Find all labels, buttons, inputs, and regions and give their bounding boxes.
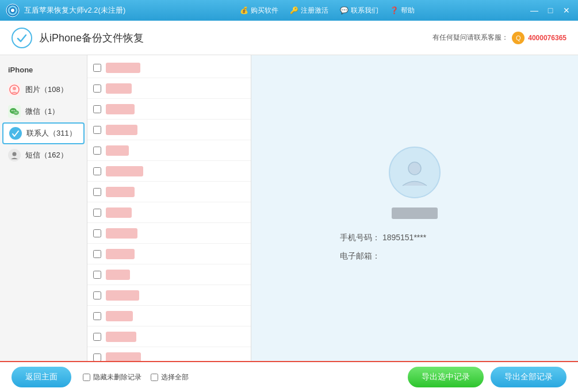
return-button[interactable]: 返回主面 <box>12 367 71 387</box>
table-row[interactable] <box>87 244 251 264</box>
close-button[interactable]: ✕ <box>561 5 572 16</box>
content-area: 手机号码： 1895151**** 电子邮箱： <box>87 55 578 361</box>
table-row[interactable] <box>87 99 251 120</box>
svg-point-9 <box>15 112 16 113</box>
minimize-button[interactable]: — <box>529 5 540 16</box>
bottom-left: 返回主面 <box>12 367 71 387</box>
svg-point-11 <box>13 152 17 156</box>
contact-list[interactable] <box>87 55 251 361</box>
sub-header-left: 从iPhone备份文件恢复 <box>12 28 144 48</box>
table-row[interactable] <box>87 285 251 306</box>
page-title: 从iPhone备份文件恢复 <box>39 31 144 45</box>
contacts-icon <box>9 127 22 140</box>
svg-point-8 <box>13 110 19 115</box>
register-icon: 🔑 <box>290 6 298 14</box>
select-all-label[interactable]: 选择全部 <box>151 372 189 382</box>
svg-point-10 <box>16 112 17 113</box>
phone-label: 手机号码： <box>340 233 380 242</box>
nav-register[interactable]: 🔑 注册激活 <box>290 6 328 16</box>
row-checkbox[interactable] <box>93 271 101 279</box>
sidebar-item-contacts[interactable]: 联系人（311） <box>2 122 85 144</box>
photos-icon <box>8 83 21 96</box>
contact-name-placeholder <box>106 228 137 239</box>
table-row[interactable] <box>87 140 251 161</box>
sidebar-section-iphone: iPhone <box>0 61 87 79</box>
table-row[interactable] <box>87 120 251 140</box>
hide-deleted-label[interactable]: 隐藏未删除记录 <box>83 372 141 382</box>
row-checkbox[interactable] <box>93 84 101 93</box>
select-all-checkbox[interactable] <box>151 374 158 381</box>
row-checkbox[interactable] <box>93 64 101 72</box>
contact-name-placeholder <box>106 270 130 280</box>
svg-point-6 <box>12 110 13 112</box>
export-selected-button[interactable]: 导出选中记录 <box>408 367 484 387</box>
bottom-right: 导出选中记录 导出全部记录 <box>408 367 566 387</box>
row-checkbox[interactable] <box>93 312 101 320</box>
row-checkbox[interactable] <box>93 353 101 362</box>
support-text: 有任何疑问请联系客服： <box>432 33 508 43</box>
maximize-button[interactable]: □ <box>545 5 556 16</box>
nav-contact[interactable]: 💬 联系我们 <box>340 6 378 16</box>
contact-name-placeholder <box>106 290 139 301</box>
row-checkbox[interactable] <box>93 188 101 196</box>
nav-help[interactable]: ❓ 帮助 <box>390 6 415 16</box>
qq-icon: Q <box>512 32 525 44</box>
contact-name-placeholder <box>106 187 135 197</box>
contact-name-bar <box>392 207 438 219</box>
sub-header-right: 有任何疑问请联系客服： Q 4000076365 <box>432 32 566 44</box>
hide-deleted-text: 隐藏未删除记录 <box>93 372 141 382</box>
contact-icon: 💬 <box>340 6 349 14</box>
title-bar-left: 互盾苹果恢复大师v2.2(未注册) <box>6 3 125 17</box>
detail-panel: 手机号码： 1895151**** 电子邮箱： <box>251 55 578 361</box>
row-checkbox[interactable] <box>93 333 101 341</box>
nav-buy[interactable]: 💰 购买软件 <box>240 6 278 16</box>
table-row[interactable] <box>87 264 251 285</box>
contact-name-placeholder <box>106 125 137 135</box>
row-checkbox[interactable] <box>93 291 101 299</box>
contact-name-placeholder <box>106 83 132 94</box>
wechat-icon <box>8 105 21 118</box>
contact-name-placeholder <box>106 104 135 114</box>
table-row[interactable] <box>87 306 251 326</box>
row-checkbox[interactable] <box>93 229 101 237</box>
contact-name-placeholder <box>106 207 132 218</box>
sidebar-item-sms[interactable]: 短信（162） <box>0 144 87 166</box>
hide-deleted-checkbox[interactable] <box>83 374 90 381</box>
table-row[interactable] <box>87 161 251 182</box>
contact-avatar <box>389 147 441 198</box>
row-checkbox[interactable] <box>93 167 101 175</box>
contact-list-inner <box>87 55 251 361</box>
svg-point-4 <box>13 87 16 90</box>
contact-name-placeholder <box>106 145 129 156</box>
table-row[interactable] <box>87 57 251 78</box>
table-row[interactable] <box>87 78 251 99</box>
row-checkbox[interactable] <box>93 126 101 134</box>
email-field: 电子邮箱： <box>340 251 489 262</box>
row-checkbox[interactable] <box>93 105 101 113</box>
sub-header: 从iPhone备份文件恢复 有任何疑问请联系客服： Q 4000076365 <box>0 21 578 55</box>
table-row[interactable] <box>87 347 251 361</box>
sidebar-item-wechat[interactable]: 微信（1） <box>0 101 87 122</box>
table-row[interactable] <box>87 223 251 244</box>
title-bar-nav: 💰 购买软件 🔑 注册激活 💬 联系我们 ❓ 帮助 <box>240 6 415 16</box>
contact-name-placeholder <box>106 311 133 321</box>
bottom-bar: 返回主面 隐藏未删除记录 选择全部 导出选中记录 导出全部记录 <box>0 361 578 392</box>
table-row[interactable] <box>87 326 251 347</box>
table-row[interactable] <box>87 202 251 223</box>
table-row[interactable] <box>87 182 251 202</box>
help-icon: ❓ <box>390 6 399 14</box>
main-area: iPhone 图片（108） <box>0 55 578 361</box>
phone-value: 1895151**** <box>382 233 426 242</box>
sidebar-item-photos[interactable]: 图片（108） <box>0 79 87 101</box>
app-logo <box>6 3 20 17</box>
contact-name-placeholder <box>106 332 136 342</box>
row-checkbox[interactable] <box>93 250 101 258</box>
contact-name-placeholder <box>106 249 135 259</box>
phone-field: 手机号码： 1895151**** <box>340 233 489 243</box>
row-checkbox[interactable] <box>93 147 101 155</box>
export-all-button[interactable]: 导出全部记录 <box>491 367 566 387</box>
app-title: 互盾苹果恢复大师v2.2(未注册) <box>24 5 125 16</box>
nav-contact-label: 联系我们 <box>351 6 378 16</box>
row-checkbox[interactable] <box>93 209 101 217</box>
nav-buy-label: 购买软件 <box>251 6 278 16</box>
